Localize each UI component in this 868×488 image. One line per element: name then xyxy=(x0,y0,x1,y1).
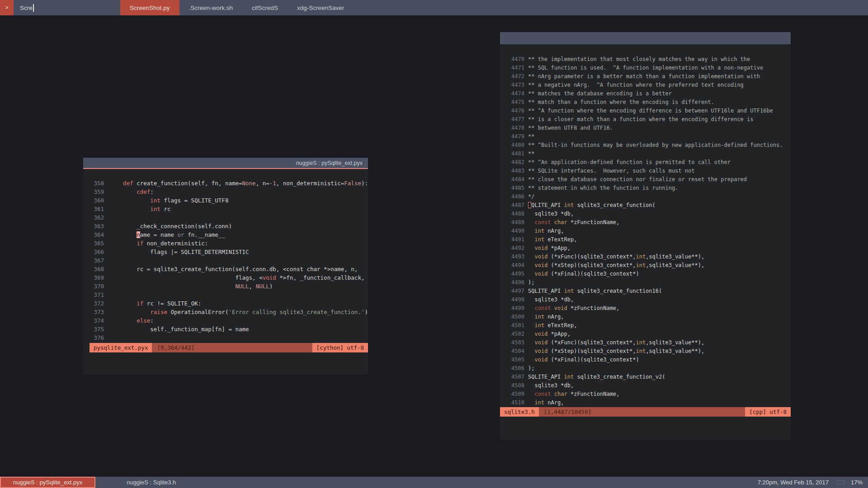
code-line[interactable]: 372 if rc != SQLITE_OK: xyxy=(90,299,368,308)
code-line[interactable]: 4496); xyxy=(509,278,791,287)
code-line[interactable]: 370 NULL, NULL) xyxy=(90,282,368,291)
launcher-input[interactable]: Scre xyxy=(14,0,120,15)
code-line[interactable]: 362 xyxy=(90,213,368,222)
line-number: 4496 xyxy=(509,278,524,287)
code-line[interactable]: 4484** close the database connection nor… xyxy=(509,175,791,184)
line-number: 4470 xyxy=(509,55,524,64)
code-line[interactable]: 4478** between UTF8 and UTF16. xyxy=(509,124,791,132)
code-line[interactable]: 365 if non_deterministic: xyxy=(90,239,368,248)
code-line[interactable]: 367 xyxy=(90,256,368,265)
code-line[interactable]: 358 def create_function(self, fn, name=N… xyxy=(90,179,368,188)
code-text: ); xyxy=(528,278,534,287)
code-line[interactable]: 361 int rc xyxy=(90,205,368,213)
left-window-title: nuggieS : pySqlite_ext.pyx xyxy=(296,160,363,166)
code-line[interactable]: 4488 sqlite3 *db, xyxy=(509,210,791,218)
taskbar-item[interactable]: nuggieS : Sqlite3.h xyxy=(114,477,188,488)
line-number: 361 xyxy=(90,205,104,213)
code-line[interactable]: 4483** SQLite interfaces. However, such … xyxy=(509,167,791,175)
code-line[interactable]: 4505 void (*xFinal)(sqlite3_context*) xyxy=(509,356,791,364)
code-line[interactable]: 4507SQLITE_API int sqlite3_create_functi… xyxy=(509,373,791,381)
code-line[interactable]: 4487SQLITE_API int sqlite3_create_functi… xyxy=(509,201,791,210)
launcher-input-value: Scre xyxy=(20,5,33,11)
code-line[interactable]: 4489 const char *zFunctionName, xyxy=(509,218,791,227)
code-line[interactable]: 4495 void (*xFinal)(sqlite3_context*) xyxy=(509,270,791,278)
code-line[interactable]: 4471** SQL function is used. ^A function… xyxy=(509,64,791,72)
code-line[interactable]: 371 xyxy=(90,291,368,299)
code-text: ** close the database connection nor fin… xyxy=(528,175,747,184)
code-line[interactable]: 373 raise OperationalError('Error callin… xyxy=(90,308,368,316)
code-line[interactable]: 4472** nArg parameter is a better match … xyxy=(509,72,791,81)
code-line[interactable]: 366 flags |= SQLITE_DETERMINISTIC xyxy=(90,248,368,256)
code-line[interactable]: 364 name = name or fn.__name__ xyxy=(90,230,368,239)
line-number: 4491 xyxy=(509,235,524,244)
line-number: 366 xyxy=(90,248,104,256)
code-text: flags |= SQLITE_DETERMINISTIC xyxy=(109,248,249,256)
code-line[interactable]: 4508 sqlite3 *db, xyxy=(509,381,791,390)
code-text: void (*xFinal)(sqlite3_context*) xyxy=(528,270,639,278)
code-line[interactable]: 4490 int nArg, xyxy=(509,227,791,235)
taskbar-item-active[interactable]: nuggieS : pySqlite_ext.pyx xyxy=(0,477,95,488)
code-line[interactable]: 4492 void *pApp, xyxy=(509,244,791,253)
right-status-encoding: utf-8 xyxy=(769,408,787,415)
code-line[interactable]: 4498 sqlite3 *db, xyxy=(509,296,791,304)
code-text: ** statement in which the function is ru… xyxy=(528,184,678,192)
launcher-match[interactable]: cifScredS xyxy=(242,0,288,15)
code-line[interactable]: 4480** ^Built-in functions may be overlo… xyxy=(509,141,791,150)
code-line[interactable]: 374 else: xyxy=(90,316,368,325)
code-line[interactable]: 4477** is a closer match than a function… xyxy=(509,115,791,124)
left-status-filetype-label: [cython] xyxy=(316,344,344,351)
line-number: 4488 xyxy=(509,210,524,218)
code-line[interactable]: 4494 void (*xStep)(sqlite3_context*,int,… xyxy=(509,261,791,270)
battery-percent: 17% xyxy=(851,479,863,486)
code-line[interactable]: 4506); xyxy=(509,364,791,373)
left-code-area[interactable]: 358 def create_function(self, fn, name=N… xyxy=(83,169,368,342)
code-line[interactable]: 4485** statement in which the function i… xyxy=(509,184,791,192)
line-number: 4484 xyxy=(509,175,524,184)
line-number: 4485 xyxy=(509,184,524,192)
launcher-match-selected[interactable]: ScreenShot.py xyxy=(120,0,179,15)
editor-window-sqlite3[interactable]: 4470** the implementation that most clos… xyxy=(500,32,791,440)
line-number: 4474 xyxy=(509,89,524,98)
code-line[interactable]: 4473** a negative nArg. ^A function wher… xyxy=(509,81,791,89)
line-number: 4500 xyxy=(509,313,524,321)
code-line[interactable]: 4497SQLITE_API int sqlite3_create_functi… xyxy=(509,287,791,296)
code-line[interactable]: 4481** xyxy=(509,150,791,158)
code-line[interactable]: 369 flags, <void *>fn, _function_callbac… xyxy=(90,273,368,282)
code-line[interactable]: 4510 int nArg, xyxy=(509,399,791,407)
code-line[interactable]: 4491 int eTextRep, xyxy=(509,235,791,244)
left-window-titlebar[interactable]: nuggieS : pySqlite_ext.pyx xyxy=(83,158,368,169)
code-line[interactable]: 4479** xyxy=(509,132,791,141)
right-code-area[interactable]: 4470** the implementation that most clos… xyxy=(500,44,791,407)
launcher-match[interactable]: .Screen-work.sh xyxy=(179,0,243,15)
code-line[interactable]: 4501 int eTextRep, xyxy=(509,321,791,330)
code-line[interactable]: 4486*/ xyxy=(509,192,791,201)
code-text: ** between UTF8 and UTF16. xyxy=(528,124,613,132)
right-status-filename: sqlite3.h xyxy=(500,407,539,417)
line-number: 4495 xyxy=(509,270,524,278)
code-line[interactable]: 4482** ^An application-defined function … xyxy=(509,158,791,167)
code-line[interactable]: 4503 void (*xFunc)(sqlite3_context*,int,… xyxy=(509,338,791,347)
line-number: 4503 xyxy=(509,338,524,347)
code-line[interactable]: 4502 void *pApp, xyxy=(509,330,791,338)
code-line[interactable]: 4470** the implementation that most clos… xyxy=(509,55,791,64)
code-text: int flags = SQLITE_UTF8 xyxy=(109,196,228,205)
launcher-match[interactable]: xdg-ScreenSaver xyxy=(288,0,354,15)
code-line[interactable]: 376 xyxy=(90,333,368,342)
code-line[interactable]: 359 cdef: xyxy=(90,188,368,196)
editor-window-pysqlite[interactable]: nuggieS : pySqlite_ext.pyx 358 def creat… xyxy=(83,158,368,375)
code-line[interactable]: 4474** matches the database encoding is … xyxy=(509,89,791,98)
code-line[interactable]: 4509 const char *zFunctionName, xyxy=(509,390,791,399)
code-line[interactable]: 363 _check_connection(self.conn) xyxy=(90,222,368,230)
code-text: const void *zFunctionName, xyxy=(528,304,619,313)
code-line[interactable]: 4475** match than a function where the e… xyxy=(509,98,791,107)
code-line[interactable]: 375 self._function_map[fn] = name xyxy=(90,325,368,333)
code-line[interactable]: 4500 int nArg, xyxy=(509,313,791,321)
code-line[interactable]: 4499 const void *zFunctionName, xyxy=(509,304,791,313)
code-line[interactable]: 4476** ^A function where the encoding di… xyxy=(509,107,791,115)
code-line[interactable]: 368 rc = sqlite3_create_function(self.co… xyxy=(90,265,368,273)
code-line[interactable]: 360 int flags = SQLITE_UTF8 xyxy=(90,196,368,205)
code-text: ** match than a function where the encod… xyxy=(528,98,714,107)
right-window-titlebar[interactable] xyxy=(500,32,791,44)
code-line[interactable]: 4504 void (*xStep)(sqlite3_context*,int,… xyxy=(509,347,791,356)
code-line[interactable]: 4493 void (*xFunc)(sqlite3_context*,int,… xyxy=(509,253,791,261)
